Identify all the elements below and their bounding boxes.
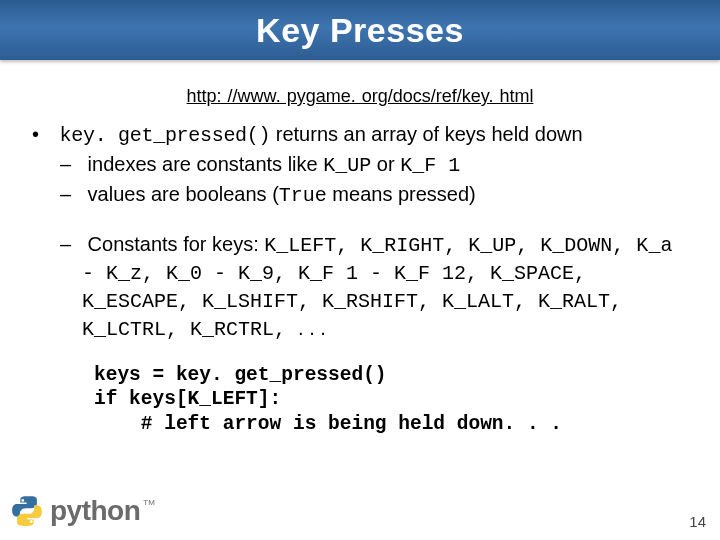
bullet-main-text: returns an array of keys held down: [270, 123, 582, 145]
code-inline: K_F 1: [400, 154, 460, 177]
sub-bullet-indexes: indexes are constants like K_UP or K_F 1: [82, 151, 690, 179]
trademark: TM: [143, 498, 155, 507]
code-inline: key. get_pressed(): [60, 124, 271, 147]
code-block: keys = key. get_pressed() if keys[K_LEFT…: [94, 363, 690, 436]
slide: Key Presses http: //www. pygame. org/doc…: [0, 0, 720, 540]
sub-bullet-constants: Constants for keys: K_LEFT, K_RIGHT, K_U…: [82, 231, 690, 343]
page-number: 14: [689, 513, 706, 530]
text: indexes are constants like: [88, 153, 324, 175]
slide-body: key. get_pressed() returns an array of k…: [0, 107, 720, 436]
sub-bullet-values: values are booleans (True means pressed): [82, 181, 690, 209]
code-inline: K_UP: [323, 154, 371, 177]
python-logo: python TM: [10, 494, 155, 528]
slide-title: Key Presses: [256, 11, 464, 50]
text: . . .: [298, 317, 326, 339]
text: values are booleans (: [88, 183, 279, 205]
text: Constants for keys:: [88, 233, 265, 255]
python-icon: [10, 494, 44, 528]
text: or: [371, 153, 400, 175]
text: means pressed): [327, 183, 476, 205]
bullet-main: key. get_pressed() returns an array of k…: [34, 121, 690, 343]
logo-text: python: [50, 495, 140, 527]
title-bar: Key Presses: [0, 0, 720, 60]
code-inline: True: [279, 184, 327, 207]
doc-url[interactable]: http: //www. pygame. org/docs/ref/key. h…: [0, 86, 720, 107]
